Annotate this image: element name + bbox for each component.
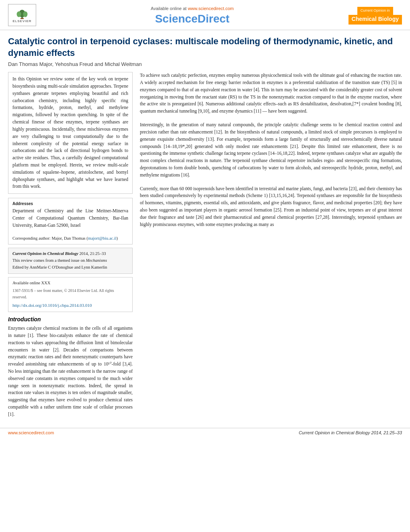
abstract-box: In this Opinion we review some of the ke… [8,72,133,194]
footer-journal: Current Opinion in Chemical Biology 2014… [299,430,402,435]
sciencedirect-url[interactable]: www.sciencedirect.com [188,6,234,11]
journal-badge-top: Current Opinion in [357,7,393,15]
edited-by-line: Edited by AnnMarie C O'Donoghue and Lynn… [12,264,128,271]
addresses-text: Department of Chemistry and the Lise Mei… [12,207,128,229]
article-authors: Dan Thomas Major, Yehoshua Freud and Mic… [8,61,402,67]
page-footer: www.sciencedirect.com Current Opinion in… [0,428,410,437]
addresses-label: Addresses [12,201,128,207]
right-paragraph3: Currently, more than 60 000 isoprenoids … [140,185,402,228]
corresponding-email-link[interactable]: majort@biu.ac.il [88,236,117,240]
right-paragraph1: To achieve such catalytic perfection, en… [140,72,402,115]
left-column: In this Opinion we review some of the ke… [8,72,133,418]
corresponding-name: Major, Dan Thomas [51,236,85,240]
journal-info-box: Current Opinion in Chemical Biology 2014… [8,248,133,273]
available-online-text: Available online at www.sciencedirect.co… [36,6,348,11]
available-online-box: Available online XXX 1367-5931/$ – see f… [8,277,133,312]
doi-line: http://dx.doi.org/10.1016/j.cbpa.2014.03… [12,302,128,309]
themed-issue-line: This review comes from a themed issue on… [12,257,128,264]
journal-badge-title: Chemical Biology [348,15,402,25]
abstract-text: In this Opinion we review some of the ke… [12,76,128,190]
elsevier-wordmark: ELSEVIER [12,19,31,23]
svg-point-2 [17,11,21,17]
doi-link[interactable]: http://dx.doi.org/10.1016/j.cbpa.2014.03… [12,303,92,308]
elsevier-logo: ELSEVIER [8,4,36,26]
two-column-layout: In this Opinion we review some of the ke… [8,72,402,418]
right-column: To achieve such catalytic perfection, en… [140,72,402,418]
journal-name-year: Current Opinion in Chemical Biology 2014… [12,251,128,257]
available-online-xxx: Available online XXX [12,280,128,287]
header-center: Available online at www.sciencedirect.co… [36,6,348,25]
svg-rect-4 [20,18,24,19]
addresses-box: Addresses Department of Chemistry and th… [8,198,133,244]
introduction-paragraph1: Enzymes catalyze chemical reactions in t… [8,325,133,418]
svg-point-3 [23,11,27,17]
elsevier-tree-icon [14,7,30,19]
footer-website: www.sciencedirect.com [8,430,54,435]
elsevier-logo-section: ELSEVIER [8,4,36,27]
page-header: ELSEVIER Available online at www.science… [0,0,410,30]
corresponding-label: Corresponding author: [12,236,51,240]
right-paragraph2: Interestingly, in the generation of many… [140,121,402,179]
journal-badge-section: Current Opinion in Chemical Biology [348,7,402,25]
introduction-heading: Introduction [8,316,133,322]
issn-text: 1367-5931/$ – see front matter, © 2014 E… [12,288,128,300]
article-body: Catalytic control in terpenoid cyclases:… [0,30,410,424]
sciencedirect-logo: ScienceDirect [36,12,348,25]
article-title: Catalytic control in terpenoid cyclases:… [8,36,402,59]
